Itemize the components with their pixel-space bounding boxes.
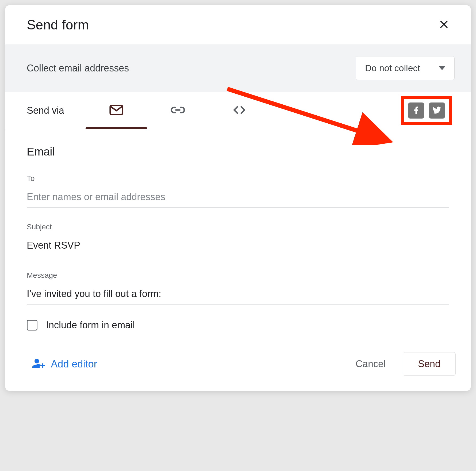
include-form-checkbox[interactable] (27, 320, 37, 331)
dropdown-selected-value: Do not collect (365, 63, 420, 73)
to-label: To (27, 174, 449, 183)
send-button[interactable]: Send (403, 352, 456, 376)
dialog-title: Send form (27, 17, 89, 33)
send-form-dialog: Send form Collect email addresses Do not… (5, 5, 471, 391)
subject-field: Subject (27, 223, 449, 256)
add-editor-button[interactable]: Add editor (31, 356, 97, 371)
email-section: Email To Subject Message Include form in… (5, 129, 471, 341)
tab-link[interactable] (147, 92, 209, 129)
email-icon (109, 102, 124, 119)
share-facebook-button[interactable] (408, 102, 424, 119)
section-title: Email (27, 145, 449, 158)
send-via-tabs: Send via (5, 92, 471, 129)
social-share-highlight (401, 96, 452, 125)
message-field: Message (27, 271, 449, 305)
share-twitter-button[interactable] (429, 102, 445, 119)
message-label: Message (27, 271, 449, 280)
close-button[interactable] (436, 17, 451, 32)
message-input[interactable] (27, 284, 449, 305)
twitter-icon (432, 105, 442, 116)
close-icon (439, 19, 449, 31)
facebook-icon (411, 105, 421, 116)
embed-icon (232, 102, 247, 119)
to-field: To (27, 174, 449, 208)
subject-input[interactable] (27, 236, 449, 256)
to-input[interactable] (27, 188, 449, 208)
subject-label: Subject (27, 223, 449, 231)
add-person-icon (31, 356, 45, 371)
send-via-label: Send via (27, 105, 64, 116)
collect-email-row: Collect email addresses Do not collect (5, 44, 471, 92)
link-icon (170, 102, 186, 119)
tab-email[interactable] (86, 92, 147, 129)
include-form-row: Include form in email (27, 320, 449, 331)
chevron-down-icon (439, 66, 445, 70)
cancel-button[interactable]: Cancel (345, 353, 396, 375)
dialog-header: Send form (5, 5, 471, 44)
collect-email-dropdown[interactable]: Do not collect (356, 56, 455, 80)
tab-embed[interactable] (209, 92, 270, 129)
include-form-label: Include form in email (46, 320, 135, 331)
dialog-footer: Add editor Cancel Send (5, 341, 471, 391)
add-editor-label: Add editor (51, 358, 97, 370)
collect-email-label: Collect email addresses (27, 63, 129, 74)
